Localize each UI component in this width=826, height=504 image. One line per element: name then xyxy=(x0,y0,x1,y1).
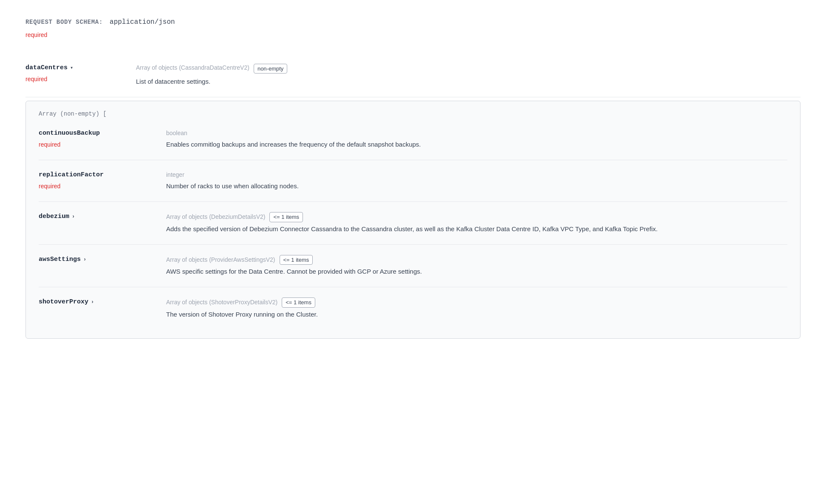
field-right-replicationFactor: integerNumber of racks to use when alloc… xyxy=(166,170,787,191)
field-row: shotoverProxy›Array of objects (Shotover… xyxy=(39,287,787,330)
field-name-continuousBackup: continuousBackup xyxy=(39,129,149,139)
field-required-continuousBackup: required xyxy=(39,140,149,149)
field-badge-shotoverProxy: <= 1 items xyxy=(282,297,315,308)
field-left-replicationFactor: replicationFactorrequired xyxy=(39,170,149,191)
field-type-awsSettings: Array of objects (ProviderAwsSettingsV2)… xyxy=(166,255,787,265)
field-left-shotoverProxy: shotoverProxy› xyxy=(39,297,149,307)
field-name-shotoverProxy[interactable]: shotoverProxy› xyxy=(39,297,149,307)
datacentres-description: List of datacentre settings. xyxy=(136,76,801,87)
field-badge-debezium: <= 1 items xyxy=(269,212,303,222)
field-description-replicationFactor: Number of racks to use when allocating n… xyxy=(166,181,787,191)
field-name-replicationFactor: replicationFactor xyxy=(39,170,149,180)
datacentes-field-row: dataCentres ▾ required Array of objects … xyxy=(25,53,801,97)
field-description-continuousBackup: Enables commitlog backups and increases … xyxy=(166,139,787,150)
chevron-icon-debezium: › xyxy=(72,213,75,221)
datacentres-field-name[interactable]: dataCentres ▾ xyxy=(25,63,119,73)
datacentres-type: Array of objects (CassandraDataCentreV2) xyxy=(136,63,249,72)
array-container: Array (non-empty) [ continuousBackuprequ… xyxy=(25,101,801,339)
schema-value: application/json xyxy=(110,17,175,27)
field-right-awsSettings: Array of objects (ProviderAwsSettingsV2)… xyxy=(166,255,787,277)
field-type-replicationFactor: integer xyxy=(166,170,787,179)
field-left-debezium: debezium› xyxy=(39,212,149,222)
page-container: REQUEST BODY SCHEMA: application/json re… xyxy=(25,17,801,339)
field-right-debezium: Array of objects (DebeziumDetailsV2)<= 1… xyxy=(166,212,787,234)
field-left-continuousBackup: continuousBackuprequired xyxy=(39,129,149,149)
field-row: awsSettings›Array of objects (ProviderAw… xyxy=(39,245,787,288)
field-name-debezium[interactable]: debezium› xyxy=(39,212,149,222)
top-required-badge: required xyxy=(25,31,801,40)
array-label: Array (non-empty) [ xyxy=(39,110,787,119)
field-name-awsSettings[interactable]: awsSettings› xyxy=(39,255,149,265)
field-right-shotoverProxy: Array of objects (ShotoverProxyDetailsV2… xyxy=(166,297,787,320)
chevron-icon-shotoverProxy: › xyxy=(91,298,94,306)
field-description-shotoverProxy: The version of Shotover Proxy running on… xyxy=(166,309,787,320)
field-badge-awsSettings: <= 1 items xyxy=(280,255,313,265)
datacentres-type-row: Array of objects (CassandraDataCentreV2)… xyxy=(136,63,801,74)
field-row: debezium›Array of objects (DebeziumDetai… xyxy=(39,202,787,245)
request-body-header: REQUEST BODY SCHEMA: application/json xyxy=(25,17,801,27)
field-description-debezium: Adds the specified version of Debezium C… xyxy=(166,224,787,234)
chevron-icon-awsSettings: › xyxy=(83,256,86,263)
field-right-continuousBackup: booleanEnables commitlog backups and inc… xyxy=(166,129,787,150)
datacentres-chevron: ▾ xyxy=(70,64,73,72)
datacentres-badge: non-empty xyxy=(254,64,287,74)
field-row: continuousBackuprequiredbooleanEnables c… xyxy=(39,119,787,160)
datacentres-field-left: dataCentres ▾ required xyxy=(25,63,119,84)
field-row: replicationFactorrequiredintegerNumber o… xyxy=(39,160,787,202)
field-description-awsSettings: AWS specific settings for the Data Centr… xyxy=(166,266,787,277)
datacentres-field-right: Array of objects (CassandraDataCentreV2)… xyxy=(136,63,801,87)
datacentres-required: required xyxy=(25,75,119,84)
field-required-replicationFactor: required xyxy=(39,182,149,191)
fields-container: continuousBackuprequiredbooleanEnables c… xyxy=(39,119,787,330)
field-type-continuousBackup: boolean xyxy=(166,129,787,138)
schema-label: REQUEST BODY SCHEMA: xyxy=(25,18,103,27)
field-type-shotoverProxy: Array of objects (ShotoverProxyDetailsV2… xyxy=(166,297,787,308)
field-left-awsSettings: awsSettings› xyxy=(39,255,149,265)
field-type-debezium: Array of objects (DebeziumDetailsV2)<= 1… xyxy=(166,212,787,222)
